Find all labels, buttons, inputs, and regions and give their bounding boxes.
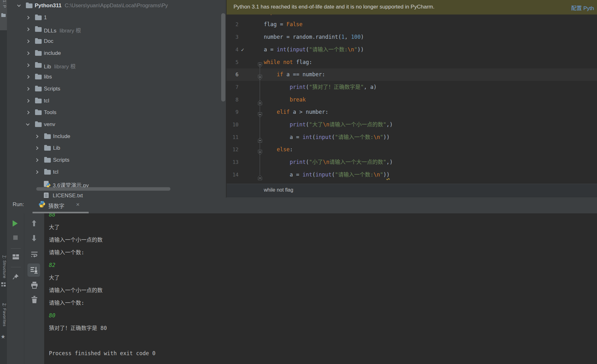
code-text: number = random.randint(1, 100) <box>264 31 364 43</box>
chevron-down-icon[interactable] <box>17 3 21 7</box>
context-info-bar: while not flag <box>227 184 597 197</box>
chevron-right-icon[interactable] <box>26 51 29 55</box>
print-button[interactable] <box>31 282 38 290</box>
tree-row[interactable]: Scripts <box>7 83 226 95</box>
up-arrow-button[interactable] <box>32 220 37 228</box>
tree-label: Lib <box>53 145 60 151</box>
line-number: 11 <box>227 131 239 144</box>
code-line[interactable]: 3number = random.randint(1, 100) <box>227 31 597 43</box>
code-line[interactable]: 14 a = int(input("请输入一个数:\n")) <box>227 169 597 181</box>
folder-icon <box>35 39 42 44</box>
tree-label: LICENSE.txt <box>53 193 83 198</box>
configure-interpreter-link[interactable]: 配置 Pyth <box>571 4 594 12</box>
tree-row[interactable]: Tools <box>7 107 226 119</box>
code-line[interactable]: 12 else: <box>227 143 597 156</box>
chevron-right-icon[interactable] <box>35 147 38 150</box>
editor-notification-banner: Python 3.1 has reached its end-of-life d… <box>227 0 597 14</box>
close-tab-icon[interactable]: × <box>76 201 80 208</box>
project-vertical-scrollbar[interactable] <box>221 13 225 101</box>
pycharm-window: 1: P 7: Structure 2: Favorites ★ Python3… <box>0 0 597 364</box>
console-line: 80 <box>49 309 585 322</box>
code-line[interactable]: 7 print("猜对了！正确数字是", a) <box>227 81 597 94</box>
tree-annotation: library 根 <box>60 28 81 34</box>
sidebar-item-structure[interactable]: 7: Structure <box>1 255 7 281</box>
restore-layout-button[interactable] <box>13 254 19 261</box>
chevron-right-icon[interactable] <box>26 111 29 114</box>
code-line[interactable]: 2flag = False <box>227 18 597 31</box>
tree-row[interactable]: tcl <box>7 166 226 178</box>
project-panel: Python311C:\Users\yuan\AppData\Local\Pro… <box>7 0 226 198</box>
chevron-right-icon[interactable] <box>35 170 38 174</box>
tree-label-wrap: Liblibrary 根 <box>44 62 76 70</box>
code-line[interactable]: 10 print("大了\n请输入一个小一点的数",) <box>227 118 597 131</box>
code-line[interactable]: 9 elif a > number: <box>227 106 597 118</box>
chevron-down-icon[interactable] <box>26 122 29 125</box>
pin-button[interactable] <box>12 273 19 281</box>
folder-icon <box>44 146 51 151</box>
run-label: Run: <box>13 201 24 208</box>
project-horizontal-scrollbar[interactable] <box>36 187 170 191</box>
chevron-right-icon[interactable] <box>26 75 29 79</box>
toolbar-separator <box>11 267 21 267</box>
tree-row[interactable]: libs <box>7 71 226 83</box>
tree-row[interactable]: venv <box>7 119 226 131</box>
tree-label-wrap: Lib <box>53 145 60 151</box>
scroll-to-end-button[interactable] <box>30 267 38 275</box>
structure-icon[interactable] <box>1 282 6 287</box>
code-line[interactable]: 5while not flag: <box>227 56 597 69</box>
chevron-right-icon[interactable] <box>26 63 29 67</box>
chevron-right-icon[interactable] <box>26 16 29 19</box>
chevron-right-icon[interactable] <box>35 135 38 138</box>
fold-guide-line <box>260 62 260 175</box>
code-line[interactable]: 13 print("小了\n请输入一个大一点的数",) <box>227 156 597 169</box>
tree-label-wrap: venv <box>44 121 55 128</box>
run-console[interactable]: 88大了请输入一个小一点的数请输入一个数:82大了请输入一个小一点的数请输入一个… <box>44 213 597 364</box>
sidebar-item-favorites[interactable]: 2: Favorites <box>1 303 7 332</box>
tree-row[interactable]: 1 <box>7 12 226 24</box>
tree-row[interactable]: tcl <box>7 95 226 107</box>
code-line[interactable]: 11 a = int(input("请输入一个数:\n")) <box>227 131 597 144</box>
sidebar-item-project[interactable]: 1: P <box>1 0 7 12</box>
tree-row[interactable]: Liblibrary 根 <box>7 60 226 72</box>
chevron-right-icon[interactable] <box>26 28 29 31</box>
python-icon <box>38 200 46 209</box>
line-number: 5 <box>227 56 239 69</box>
tree-row[interactable]: Lib <box>7 142 226 154</box>
fold-close-icon[interactable] <box>258 172 262 185</box>
code-text: print("猜对了！正确数字是", a) <box>264 81 377 94</box>
folder-icon <box>35 75 42 79</box>
chevron-right-icon[interactable] <box>26 87 29 90</box>
chevron-right-icon[interactable] <box>26 39 29 43</box>
stop-button[interactable] <box>13 235 18 240</box>
code-line[interactable]: 8 break <box>227 94 597 106</box>
tree-row[interactable]: DLLslibrary 根 <box>7 24 226 36</box>
tree-label: libs <box>44 74 52 80</box>
console-line <box>49 334 585 347</box>
folder-icon <box>35 122 42 127</box>
tree-annotation: C:\Users\yuan\AppData\Local\Programs\Py <box>65 3 168 9</box>
folder-icon <box>44 170 51 175</box>
code-line[interactable]: 4✓a = int(input("请输入一个数:\n")) <box>227 43 597 56</box>
tree-label-wrap: Python311C:\Users\yuan\AppData\Local\Pro… <box>35 3 168 9</box>
tree-row[interactable]: Include <box>7 131 226 143</box>
tree-row[interactable]: include <box>7 48 226 60</box>
editor-panel[interactable]: 1import random2flag = False3number = ran… <box>227 0 597 197</box>
star-icon[interactable]: ★ <box>1 333 5 340</box>
tree-row[interactable]: Doc <box>7 36 226 48</box>
chevron-right-icon[interactable] <box>26 99 29 102</box>
tree-row[interactable]: Scripts <box>7 154 226 166</box>
rerun-button[interactable] <box>13 220 18 227</box>
tree-label-wrap: Include <box>53 133 70 140</box>
folder-icon <box>35 63 42 68</box>
code-line[interactable]: 6 if a == number: <box>227 68 597 81</box>
soft-wrap-button[interactable] <box>31 251 38 259</box>
chevron-right-icon[interactable] <box>35 158 38 162</box>
clear-console-button[interactable] <box>31 296 38 305</box>
tree-row[interactable]: LICENSE.txt <box>7 190 226 198</box>
line-number: 10 <box>227 118 239 131</box>
tree-row[interactable]: Python311C:\Users\yuan\AppData\Local\Pro… <box>7 0 226 12</box>
line-number: 6 <box>227 68 239 81</box>
folder-icon <box>35 15 42 20</box>
down-arrow-button[interactable] <box>32 235 37 243</box>
project-folder-icon[interactable] <box>1 14 6 17</box>
